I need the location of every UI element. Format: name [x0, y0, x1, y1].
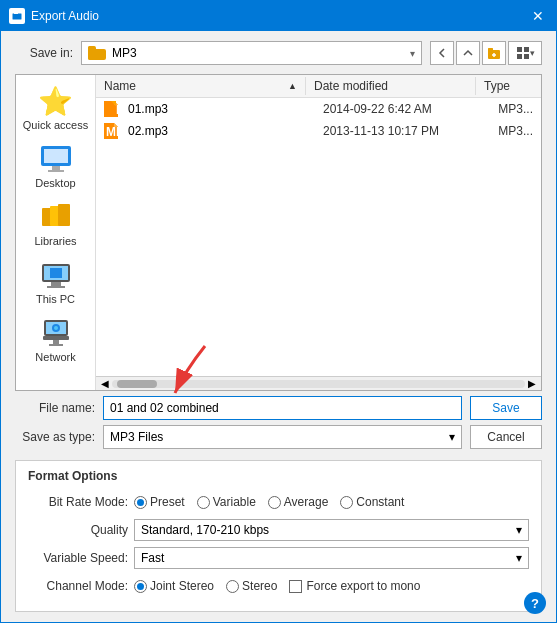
save-as-type-combo[interactable]: MP3 Files ▾	[103, 425, 462, 449]
radio-stereo[interactable]: Stereo	[226, 579, 277, 593]
file-name: 01.mp3	[128, 102, 315, 116]
table-row[interactable]: MP3 02.mp3 2013-11-13 10:17 PM MP3...	[96, 120, 541, 142]
file-date: 2013-11-13 10:17 PM	[323, 124, 490, 138]
format-options-title: Format Options	[28, 469, 529, 483]
svg-rect-9	[524, 54, 529, 59]
table-row[interactable]: MP3 01.mp3 2014-09-22 6:42 AM MP3...	[96, 98, 541, 120]
radio-label-joint-stereo: Joint Stereo	[150, 579, 214, 593]
checkbox-force-mono[interactable]: Force export to mono	[289, 579, 420, 593]
file-icon: MP3	[104, 123, 120, 139]
radio-circle-average	[268, 496, 281, 509]
sidebar-item-quick-access[interactable]: ⭐ Quick access	[16, 79, 95, 137]
scroll-left[interactable]: ◀	[98, 377, 112, 391]
scroll-thumb[interactable]	[117, 380, 157, 388]
svg-rect-12	[52, 166, 60, 170]
sidebar: ⭐ Quick access Desktop	[16, 75, 96, 390]
sort-arrow: ▲	[288, 81, 297, 91]
variable-speed-combo[interactable]: Fast ▾	[134, 547, 529, 569]
svg-rect-26	[49, 344, 63, 346]
svg-rect-13	[48, 170, 64, 172]
new-folder-button[interactable]	[482, 41, 506, 65]
file-name-label: File name:	[15, 401, 95, 415]
svg-rect-3	[488, 48, 493, 51]
svg-rect-16	[58, 204, 70, 226]
svg-rect-6	[517, 47, 522, 52]
scroll-right[interactable]: ▶	[525, 377, 539, 391]
file-rows: MP3 01.mp3 2014-09-22 6:42 AM MP3...	[96, 98, 541, 376]
quality-row: Quality Standard, 170-210 kbps ▾	[28, 519, 529, 541]
combo-arrow-type: ▾	[449, 430, 455, 444]
close-button[interactable]: ✕	[528, 6, 548, 26]
svg-rect-24	[43, 336, 69, 340]
view-button[interactable]: ▾	[508, 41, 542, 65]
scroll-track[interactable]	[112, 380, 525, 388]
sidebar-label-desktop: Desktop	[35, 177, 75, 189]
channel-mode-row: Channel Mode: Joint Stereo Stereo Force …	[28, 575, 529, 597]
desktop-icon	[40, 143, 72, 175]
horizontal-scrollbar[interactable]: ◀ ▶	[96, 376, 541, 390]
save-in-label: Save in:	[15, 46, 73, 60]
radio-circle-joint-stereo	[134, 580, 147, 593]
radio-label-constant: Constant	[356, 495, 404, 509]
radio-variable[interactable]: Variable	[197, 495, 256, 509]
browser-area: ⭐ Quick access Desktop	[15, 74, 542, 391]
variable-speed-label: Variable Speed:	[28, 551, 128, 565]
svg-rect-11	[44, 149, 68, 163]
col-header-date[interactable]: Date modified	[306, 77, 476, 95]
force-mono-checkbox[interactable]	[289, 580, 302, 593]
sidebar-label-libraries: Libraries	[34, 235, 76, 247]
col-header-type[interactable]: Type	[476, 77, 541, 95]
sidebar-item-this-pc[interactable]: This PC	[16, 253, 95, 311]
radio-average[interactable]: Average	[268, 495, 328, 509]
network-icon	[40, 317, 72, 349]
svg-rect-8	[517, 54, 522, 59]
radio-circle-constant	[340, 496, 353, 509]
channel-mode-options: Joint Stereo Stereo Force export to mono	[134, 579, 420, 593]
svg-point-28	[54, 326, 58, 330]
radio-joint-stereo[interactable]: Joint Stereo	[134, 579, 214, 593]
sidebar-item-libraries[interactable]: Libraries	[16, 195, 95, 253]
save-button[interactable]: Save	[470, 396, 542, 420]
save-in-row: Save in: MP3 ▾	[15, 41, 542, 65]
window-icon	[9, 8, 25, 24]
back-button[interactable]	[430, 41, 454, 65]
file-type: MP3...	[498, 102, 533, 116]
this-pc-icon	[40, 259, 72, 291]
save-as-type-label: Save as type:	[15, 430, 95, 444]
radio-constant[interactable]: Constant	[340, 495, 404, 509]
col-header-name[interactable]: Name ▲	[96, 77, 306, 95]
bit-rate-mode-label: Bit Rate Mode:	[28, 495, 128, 509]
svg-rect-19	[51, 282, 61, 286]
radio-circle-stereo	[226, 580, 239, 593]
file-icon: MP3	[104, 101, 120, 117]
svg-rect-25	[53, 340, 59, 344]
svg-rect-7	[524, 47, 529, 52]
export-audio-window: Export Audio ✕ Save in: MP3 ▾	[0, 0, 557, 623]
force-mono-label: Force export to mono	[306, 579, 420, 593]
window-title: Export Audio	[31, 9, 99, 23]
up-button[interactable]	[456, 41, 480, 65]
quality-label: Quality	[28, 523, 128, 537]
svg-rect-1	[14, 11, 18, 14]
help-button[interactable]: ?	[524, 592, 546, 614]
save-as-type-row: Save as type: MP3 Files ▾ Cancel	[15, 425, 542, 449]
sidebar-label-quick-access: Quick access	[23, 119, 88, 131]
channel-mode-label: Channel Mode:	[28, 579, 128, 593]
radio-preset[interactable]: Preset	[134, 495, 185, 509]
file-name-input[interactable]	[103, 396, 462, 420]
file-list-header: Name ▲ Date modified Type	[96, 75, 541, 98]
file-date: 2014-09-22 6:42 AM	[323, 102, 490, 116]
libraries-icon	[40, 201, 72, 233]
sidebar-item-network[interactable]: Network	[16, 311, 95, 369]
save-in-combo[interactable]: MP3 ▾	[81, 41, 422, 65]
radio-label-average: Average	[284, 495, 328, 509]
sidebar-label-network: Network	[35, 351, 75, 363]
radio-label-preset: Preset	[150, 495, 185, 509]
title-bar: Export Audio ✕	[1, 1, 556, 31]
quality-combo[interactable]: Standard, 170-210 kbps ▾	[134, 519, 529, 541]
cancel-button[interactable]: Cancel	[470, 425, 542, 449]
sidebar-label-this-pc: This PC	[36, 293, 75, 305]
combo-arrow-speed: ▾	[516, 551, 522, 565]
radio-label-variable: Variable	[213, 495, 256, 509]
sidebar-item-desktop[interactable]: Desktop	[16, 137, 95, 195]
